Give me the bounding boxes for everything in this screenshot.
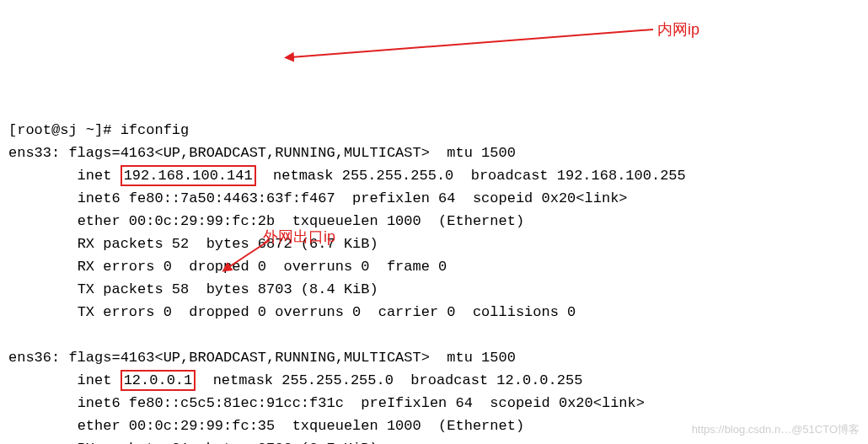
- ens36-mtu: mtu 1500: [447, 350, 516, 366]
- iface-name-ens33: ens33: [8, 145, 51, 161]
- ens36-ether: ether 00:0c:29:99:fc:35 txqueuelen 1000 …: [78, 418, 525, 434]
- terminal-output: [root@sj ~]# ifconfig ens33: flags=4163<…: [0, 91, 868, 444]
- ens36-netmask: netmask 255.255.255.0: [213, 372, 394, 388]
- iface-name-ens36: ens36: [8, 350, 51, 366]
- annotation-inner-ip: 内网ip: [657, 19, 699, 41]
- command-ifconfig: ifconfig: [121, 122, 190, 138]
- ens36-flags: flags=4163<UP,BROADCAST,RUNNING,MULTICAS…: [68, 350, 429, 366]
- ens33-rx-errors: RX errors 0 dropped 0 overruns 0 frame 0: [78, 259, 447, 275]
- annotation-outer-ip: 外网出口ip: [263, 226, 335, 249]
- ens36-inet6-b: fixlen 64 scopeid 0x20<link>: [395, 395, 645, 411]
- ens33-flags: flags=4163<UP,BROADCAST,RUNNING,MULTICAS…: [68, 145, 429, 161]
- ens36-inet6-a: inet6 fe80::c5c5:81ec:91cc:f31c pre: [78, 395, 387, 411]
- ens33-tx: TX packets 58 bytes 8703 (8.4 KiB): [78, 281, 378, 297]
- prompt: [root@sj ~]#: [8, 122, 121, 138]
- text-cursor-icon: I: [387, 395, 395, 411]
- ens33-tx-errors: TX errors 0 dropped 0 overruns 0 carrier…: [78, 304, 576, 320]
- svg-line-0: [291, 29, 653, 57]
- ens36-rx: RX packets 21 bytes 2792 (2.7 KiB): [78, 441, 378, 444]
- ens36-broadcast: broadcast 12.0.0.255: [410, 372, 582, 388]
- ens36-inet-highlight: 12.0.0.1: [121, 370, 196, 391]
- ens33-inet-highlight: 192.168.100.141: [121, 165, 256, 186]
- ens33-mtu: mtu 1500: [447, 145, 516, 161]
- watermark: https://blog.csdn.n…@51CTO博客: [692, 418, 860, 441]
- ens33-broadcast: broadcast 192.168.100.255: [471, 168, 686, 184]
- ens33-inet6: inet6 fe80::7a50:4463:63f:f467 prefixlen…: [78, 190, 628, 206]
- ens33-netmask: netmask 255.255.255.0: [273, 168, 453, 184]
